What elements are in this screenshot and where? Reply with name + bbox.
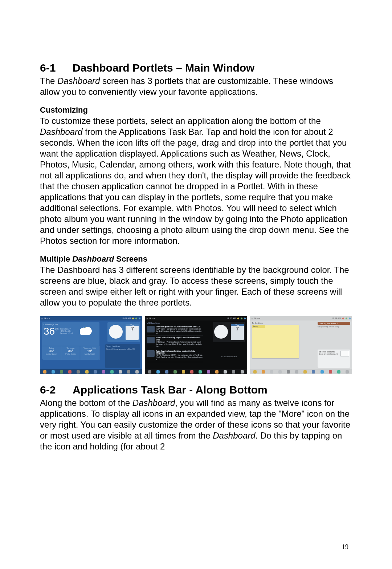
news-text: Feds: Navy intel specialist jailed on cl… [156,350,203,361]
status-dot [241,318,242,319]
dock-icon [156,370,160,374]
dock-icon [241,370,244,374]
dock-icon [278,370,282,374]
dock-icon [52,370,55,374]
dock-icon [127,370,130,374]
multiple-heading: Multiple Dashboard Screens [40,254,352,264]
forecast-cell: Tomorrow Night19°Mostly Clear [80,346,99,360]
dock-icon [253,370,257,374]
news-portlet: World Headlines Namesh-Obiase proposal w… [105,344,140,368]
dock-icon [262,370,265,374]
fc-temp: 19° [80,349,99,353]
section-6-1-intro: The Dashboard screen has 3 portlets that… [40,76,352,97]
forecast-row: Today36°Mostly Cloudy Tomorrow36°Partly … [42,346,99,360]
dock-icon [320,370,324,374]
portlet-area: To-Do Lists Family Tuesday, December 7 N… [250,320,352,369]
home-label: Home [44,317,120,319]
dashboard-screenshot-gray: ⌂ Home 11:09 AM To-Do Lists Family Tuesd… [250,316,352,374]
page-number: 19 [342,543,348,551]
dock-icon [60,370,63,374]
news-title: Amber Alert For Missing Virginia Girl Af… [156,337,200,341]
mail-sub: Setup an email account [319,353,338,355]
section-title-text: Applications Task Bar - Along Bottom [73,384,268,396]
news-sub: (CNN) - Washington (CNN) — An espionage … [156,354,203,360]
dock-icon [119,370,122,374]
fc-temp: 36° [61,349,80,353]
dock-icon [77,370,80,374]
section-6-1-title: 6-1Dashboard Portlets – Main Window [40,62,352,74]
dock-icon [173,370,177,374]
clock-time: 11:07 AM [122,317,131,319]
news-line: Namesh-Obiase proposal wins poll from US [106,348,139,350]
analog-clock-icon [214,325,228,339]
weather-temp: 36° [44,326,59,336]
news-title: Feds: Navy intel specialist jailed on cl… [156,350,195,354]
dock-icon [182,370,185,374]
topbar: ⌂ Home 11:07 AM [40,316,142,320]
forecast-cell: Tomorrow36°Partly Sunny [61,346,81,360]
customizing-body: To customize these portlets, select an a… [40,116,352,246]
notes-portlet: To-Do Lists Family [252,322,308,368]
text: The [40,76,57,86]
news-title: Democrats push back on Obama's tax cut d… [156,326,200,328]
sticky-note: Family [252,325,299,358]
dock-icon [190,370,193,374]
text: from the Applications Task Bar. Tap and … [40,127,351,246]
dock-icon [312,370,315,374]
dashboard-screenshot-black: ⌂ Home 11:08 AM US Headlines Democrats p… [145,316,247,374]
topbar: ⌂ Home 11:09 AM [250,316,352,320]
status-dot [342,318,344,319]
note-tab: Family [252,325,265,328]
app-dock [145,369,247,374]
dock-icon [346,370,349,374]
dashboard-em: Dashboard [132,398,175,408]
dock-icon [43,370,46,374]
section-6-2-body: Along the bottom of the Dashboard, you w… [40,398,352,452]
date-bar: Tuesday, December 7 [318,322,350,325]
home-icon: ⌂ [252,317,253,320]
app-dock [40,369,142,374]
status-dot [349,318,351,319]
weather-sub: Feels like 27° 48% Humidity W winds 12mp… [60,328,73,334]
dock-icon [224,370,227,374]
envelope-icon [340,351,349,356]
no-events-label: No upcoming events today [318,326,350,328]
dashboard-screenshots-row: ⌂ Home 11:07 AM Cambridge MA 36° Feels l… [40,316,352,374]
news-item: Democrats push back on Obama's tax cut d… [147,325,203,336]
portlet-area: US Headlines Democrats push back on Obam… [145,320,247,369]
clock-time: 11:09 AM [332,317,341,319]
fc-cond: Partly Sunny [61,353,80,355]
news-thumb [147,337,155,343]
weather-icon [80,327,93,335]
weather-portlet: Cambridge MA 36° Feels like 27° 48% Humi… [42,322,99,360]
dock-icon [110,370,114,374]
home-icon: ⌂ [146,317,148,320]
section-6-2-title: 6-2Applications Task Bar - Along Bottom [40,384,352,396]
dock-icon [148,370,151,374]
news-sub: (ABC News) - Virginia police are "extrem… [156,341,201,347]
text: Along the bottom of the [40,398,132,408]
todo-heading: To-Do Lists [252,322,308,324]
news-portlet: US Headlines Democrats push back on Obam… [147,321,203,368]
portlet-area: Cambridge MA 36° Feels like 27° 48% Humi… [40,320,142,369]
news-sub: (USA Today) - Congressional Democrats ar… [156,328,201,334]
cal-num: 7 [126,326,139,333]
right-portlets: Tue 7 No favorite contacts [213,322,245,368]
dock-icon [85,370,89,374]
dock-icon [270,370,273,374]
dock-icon [207,370,210,374]
dock-icon [295,370,298,374]
fc-cond: Mostly Clear [80,353,99,355]
news-item: Amber Alert For Missing Virginia Girl Af… [147,336,203,349]
dashboard-em: Dashboard [40,127,82,137]
news-item: Feds: Navy intel specialist jailed on cl… [147,349,203,362]
status-dot [244,318,246,319]
fc-temp: 36° [42,349,61,353]
news-text: Amber Alert For Missing Virginia Girl Af… [156,337,203,347]
dock-icon [287,370,290,374]
dashboard-em: Dashboard [57,76,100,86]
status-dot [346,318,347,319]
clock-calendar-portlet: Tue 7 [213,322,245,342]
status-dot [237,318,239,319]
multiple-body: The Dashboard has 3 different screens id… [40,265,352,308]
